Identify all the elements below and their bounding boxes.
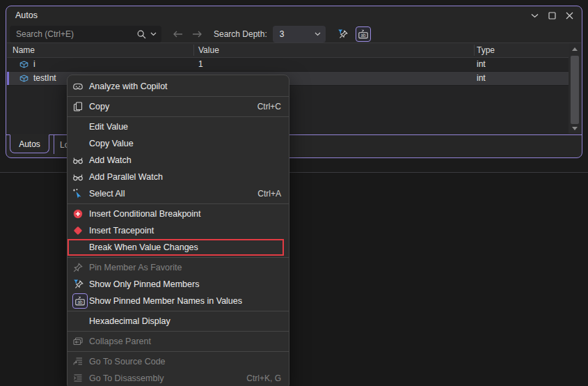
column-divider[interactable]	[193, 45, 194, 56]
watch-icon	[72, 152, 84, 169]
menu-item-label: Insert Conditional Breakpoint	[89, 209, 201, 219]
menu-item-label: Analyze with Copilot	[89, 82, 168, 91]
menu-item-label: Hexadecimal Display	[89, 316, 170, 326]
tab-label: Autos	[19, 139, 40, 149]
vertical-scrollbar[interactable]	[569, 43, 581, 134]
menu-separator	[67, 331, 289, 332]
menu-item-label: Pin Member As Favorite	[89, 263, 182, 272]
copilot-icon	[72, 78, 84, 95]
collapse-parent-icon	[72, 333, 84, 350]
menu-item-label: Break When Value Changes	[89, 242, 198, 252]
window-titlebar[interactable]: Autos	[6, 6, 582, 24]
menu-item-insert-conditional-breakpoint[interactable]: Insert Conditional Breakpoint	[67, 206, 289, 222]
cell-type: int	[477, 72, 486, 85]
menu-item-insert-tracepoint[interactable]: Insert Tracepoint	[67, 222, 289, 239]
watch-icon	[72, 169, 84, 185]
chevron-down-icon	[315, 32, 321, 36]
menu-item-label: Go To Disassembly	[89, 373, 164, 383]
menu-item-label: Show Only Pinned Members	[89, 279, 199, 289]
variable-icon	[19, 73, 29, 84]
show-only-pinned-members-button[interactable]	[334, 26, 352, 43]
grid-header[interactable]: Name Value Type	[7, 43, 569, 58]
menu-item-label: Show Pinned Member Names in Values	[89, 296, 242, 306]
search-input[interactable]: Search (Ctrl+E)	[10, 26, 161, 43]
menu-separator	[67, 96, 289, 97]
menu-item-label: Insert Tracepoint	[89, 226, 154, 236]
menu-item-label: Go To Source Code	[89, 357, 166, 366]
tracepoint-icon	[72, 222, 84, 239]
select-all-icon	[72, 185, 84, 202]
variable-icon	[19, 59, 29, 70]
cell-name: testInt	[33, 72, 56, 85]
go-to-source-icon	[72, 353, 84, 370]
menu-item-go-to-source-code[interactable]: Go To Source Code	[67, 353, 289, 370]
menu-item-label: Collapse Parent	[89, 337, 151, 346]
cell-type: int	[477, 58, 486, 71]
go-to-disassembly-icon	[72, 370, 84, 386]
menu-item-label: Copy Value	[89, 139, 134, 148]
menu-item-analyze-with-copilot[interactable]: Analyze with Copilot	[67, 78, 289, 95]
menu-item-break-when-value-changes[interactable]: Break When Value Changes	[67, 239, 289, 256]
menu-item-edit-value[interactable]: Edit Value	[67, 118, 289, 135]
cell-name: i	[33, 58, 35, 71]
menu-item-add-watch[interactable]: Add Watch	[67, 152, 289, 169]
menu-item-collapse-parent[interactable]: Collapse Parent	[67, 333, 289, 350]
search-depth-select[interactable]: 3	[273, 26, 326, 43]
menu-item-shortcut: Ctrl+C	[257, 98, 281, 115]
menu-separator	[67, 203, 289, 204]
ab-box-icon: ab	[72, 293, 88, 309]
menu-item-copy-value[interactable]: Copy Value	[67, 135, 289, 152]
search-icon	[136, 29, 147, 40]
scroll-down-button[interactable]	[569, 123, 581, 133]
arrow-right-icon	[192, 30, 202, 38]
pin-icon	[72, 259, 84, 276]
menu-item-copy[interactable]: CopyCtrl+C	[67, 98, 289, 115]
menu-item-show-pinned-member-names-in-values[interactable]: abShow Pinned Member Names in Values	[67, 293, 289, 309]
tab-autos[interactable]: Autos	[10, 134, 49, 153]
close-button[interactable]	[561, 8, 578, 23]
triangle-up-icon	[572, 47, 578, 51]
chevron-down-icon	[150, 32, 157, 36]
maximize-button[interactable]	[543, 8, 561, 23]
menu-item-label: Add Watch	[89, 155, 132, 165]
triangle-down-icon	[572, 127, 578, 130]
maximize-icon	[548, 12, 556, 20]
search-forward-button[interactable]	[191, 28, 203, 40]
column-header-value[interactable]: Value	[198, 43, 219, 57]
table-row[interactable]: i1int	[7, 58, 569, 72]
menu-item-label: Edit Value	[89, 122, 128, 132]
show-pinned-member-names-button[interactable]: ab	[354, 26, 372, 43]
chevron-down-icon	[531, 13, 539, 18]
column-divider[interactable]	[474, 45, 475, 56]
menu-item-label: Select All	[89, 189, 125, 199]
menu-item-hexadecimal-display[interactable]: Hexadecimal Display	[67, 313, 289, 330]
menu-item-add-parallel-watch[interactable]: Add Parallel Watch	[67, 169, 289, 185]
column-header-type[interactable]: Type	[477, 43, 495, 57]
menu-separator	[67, 311, 289, 311]
window-position-button[interactable]	[526, 8, 543, 23]
ab-box-icon: ab	[356, 26, 371, 42]
scrollbar-thumb[interactable]	[571, 56, 579, 124]
search-depth-label: Search Depth:	[214, 29, 267, 39]
svg-text:ab: ab	[360, 33, 366, 38]
menu-item-shortcut: Ctrl+A	[257, 185, 281, 202]
menu-item-label: Add Parallel Watch	[89, 172, 163, 182]
search-back-button[interactable]	[171, 28, 184, 40]
cell-value: 1	[198, 58, 203, 71]
window-title: Autos	[15, 6, 38, 25]
menu-item-show-only-pinned-members[interactable]: Show Only Pinned Members	[67, 276, 289, 293]
menu-item-shortcut: Ctrl+K, G	[246, 370, 281, 386]
menu-item-pin-member-as-favorite[interactable]: Pin Member As Favorite	[67, 259, 289, 276]
close-icon	[566, 12, 573, 20]
menu-item-select-all[interactable]: Select AllCtrl+A	[67, 185, 289, 202]
search-options-dropdown[interactable]	[150, 32, 157, 36]
menu-separator	[67, 257, 289, 258]
svg-text:ab: ab	[77, 300, 83, 304]
menu-separator	[67, 116, 289, 117]
menu-separator	[67, 351, 289, 352]
search-placeholder: Search (Ctrl+E)	[10, 29, 136, 39]
scroll-up-button[interactable]	[569, 44, 581, 54]
column-header-name[interactable]: Name	[13, 43, 35, 57]
pin-filter-icon	[72, 276, 85, 293]
menu-item-go-to-disassembly[interactable]: Go To DisassemblyCtrl+K, G	[67, 370, 289, 386]
